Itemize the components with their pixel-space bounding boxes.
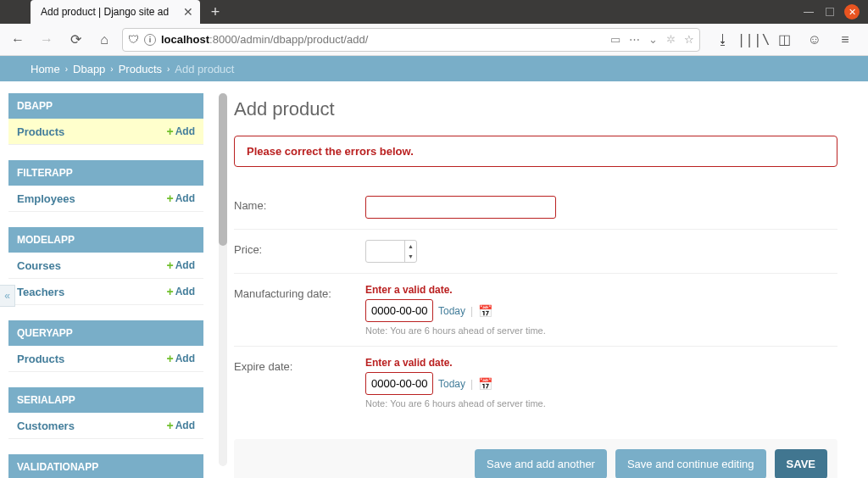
form-row-manufacturing-date: Manufacturing date: Enter a valid date. …	[234, 274, 837, 347]
new-tab-button[interactable]: +	[205, 2, 225, 22]
app-header-filterapp[interactable]: FILTERAPP	[8, 160, 203, 186]
downloads-icon[interactable]: ⭳	[712, 29, 734, 51]
reload-button[interactable]: ⟳	[64, 29, 86, 51]
model-link[interactable]: Products	[17, 125, 166, 138]
price-step-down[interactable]: ▼	[405, 252, 416, 263]
os-titlebar: Add product | Django site ad ✕ + — ✕	[0, 0, 868, 24]
exp-date-input[interactable]	[365, 372, 433, 395]
name-input[interactable]	[365, 196, 556, 219]
sidebar-collapse-handle[interactable]: «	[0, 285, 15, 307]
sidebar-toggle-icon[interactable]: ◫	[773, 29, 795, 51]
model-add-link[interactable]: + Add	[166, 419, 195, 432]
form-row-expire-date: Expire date: Enter a valid date. Today |…	[234, 347, 837, 419]
site-info-icon[interactable]: i	[144, 34, 156, 46]
window-close-icon[interactable]: ✕	[844, 4, 860, 19]
exp-label: Expire date:	[234, 357, 365, 373]
model-row: Courses+ Add	[8, 253, 203, 279]
model-row: Teachers+ Add	[8, 279, 203, 305]
plus-icon: +	[166, 192, 173, 205]
window-maximize-icon[interactable]	[826, 8, 834, 16]
price-step-up[interactable]: ▲	[405, 241, 416, 252]
plus-icon: +	[166, 419, 173, 432]
app-header-serialapp[interactable]: SERIALAPP	[8, 387, 203, 413]
model-row: Customers+ Add	[8, 413, 203, 439]
submit-row: Save and add another Save and continue e…	[234, 439, 837, 478]
calendar-icon[interactable]: 📅	[478, 377, 492, 391]
exp-error: Enter a valid date.	[365, 357, 837, 369]
name-label: Name:	[234, 196, 365, 212]
calendar-icon[interactable]: 📅	[478, 304, 492, 318]
exp-today-link[interactable]: Today	[438, 378, 465, 390]
model-link[interactable]: Employees	[17, 192, 166, 205]
form-row-name: Name:	[234, 186, 837, 230]
pocket-icon[interactable]: ⌄	[648, 33, 658, 46]
home-button[interactable]: ⌂	[93, 29, 115, 51]
library-icon[interactable]: |||\	[743, 29, 765, 51]
model-link[interactable]: Courses	[17, 259, 166, 272]
back-button[interactable]: ←	[7, 29, 29, 51]
plus-icon: +	[166, 258, 173, 272]
account-icon[interactable]: ☺	[804, 29, 826, 51]
app-header-dbapp[interactable]: DBAPP	[8, 93, 203, 119]
breadcrumb-model[interactable]: Products	[119, 63, 162, 75]
price-input[interactable]	[366, 242, 404, 261]
page-title: Add product	[234, 98, 837, 120]
model-add-link[interactable]: + Add	[166, 258, 195, 272]
breadcrumb-sep: ›	[167, 64, 170, 74]
mfg-date-input[interactable]	[365, 299, 433, 322]
breadcrumb: Home › Dbapp › Products › Add product	[0, 56, 868, 81]
breadcrumb-sep: ›	[65, 64, 68, 74]
plus-icon: +	[166, 352, 173, 365]
model-link[interactable]: Products	[17, 353, 166, 365]
url-bar[interactable]: 🛡 i localhost:8000/admin/dbapp/product/a…	[122, 28, 700, 52]
price-label: Price:	[234, 240, 365, 256]
plus-icon: +	[166, 125, 173, 138]
forward-button: →	[36, 29, 58, 51]
save-add-another-button[interactable]: Save and add another	[475, 449, 607, 478]
window-minimize-icon[interactable]: —	[802, 5, 815, 19]
browser-tab[interactable]: Add product | Django site ad ✕	[31, 0, 200, 24]
form-row-price: Price: ▲ ▼	[234, 230, 837, 274]
breadcrumb-current: Add product	[175, 63, 234, 75]
error-note: Please correct the errors below.	[234, 136, 837, 167]
app-header-modelapp[interactable]: MODELAPP	[8, 227, 203, 253]
mfg-help: Note: You are 6 hours ahead of server ti…	[365, 325, 837, 336]
app-header-queryapp[interactable]: QUERYAPP	[8, 320, 203, 346]
model-row: Employees+ Add	[8, 186, 203, 212]
model-row: Products+ Add	[8, 119, 203, 145]
breadcrumb-app[interactable]: Dbapp	[73, 63, 105, 75]
tab-title: Add product | Django site ad	[41, 6, 169, 18]
app-header-validationapp[interactable]: VALIDATIONAPP	[8, 454, 203, 478]
save-continue-button[interactable]: Save and continue editing	[615, 449, 766, 478]
breadcrumb-home[interactable]: Home	[31, 63, 60, 75]
page-actions-icon[interactable]: ⋯	[629, 33, 640, 46]
tracking-shield-icon[interactable]: 🛡	[128, 33, 139, 46]
model-add-link[interactable]: + Add	[166, 192, 195, 205]
mfg-label: Manufacturing date:	[234, 284, 365, 300]
model-add-link[interactable]: + Add	[166, 352, 195, 365]
model-link[interactable]: Teachers	[17, 286, 166, 298]
exp-help: Note: You are 6 hours ahead of server ti…	[365, 398, 837, 409]
url-text: localhost:8000/admin/dbapp/product/add/	[161, 33, 605, 46]
price-input-wrapper: ▲ ▼	[365, 240, 417, 263]
mfg-today-link[interactable]: Today	[438, 305, 465, 317]
plus-icon: +	[166, 285, 173, 298]
breadcrumb-sep: ›	[110, 64, 113, 74]
model-add-link[interactable]: + Add	[166, 125, 195, 138]
admin-sidebar: DBAPPProducts+ AddFILTERAPPEmployees+ Ad…	[0, 81, 203, 478]
mfg-error: Enter a valid date.	[365, 284, 837, 296]
content-area: Add product Please correct the errors be…	[203, 81, 868, 478]
menu-icon[interactable]: ≡	[834, 29, 856, 51]
model-row: Products+ Add	[8, 346, 203, 372]
reader-mode-icon[interactable]: ▭	[610, 33, 620, 46]
model-add-link[interactable]: + Add	[166, 285, 195, 298]
close-tab-icon[interactable]: ✕	[183, 5, 193, 19]
permissions-icon[interactable]: ✲	[666, 33, 676, 46]
bookmark-star-icon[interactable]: ☆	[684, 33, 694, 46]
model-link[interactable]: Customers	[17, 420, 166, 432]
save-button[interactable]: SAVE	[775, 449, 827, 478]
browser-toolbar: ← → ⟳ ⌂ 🛡 i localhost:8000/admin/dbapp/p…	[0, 24, 868, 56]
